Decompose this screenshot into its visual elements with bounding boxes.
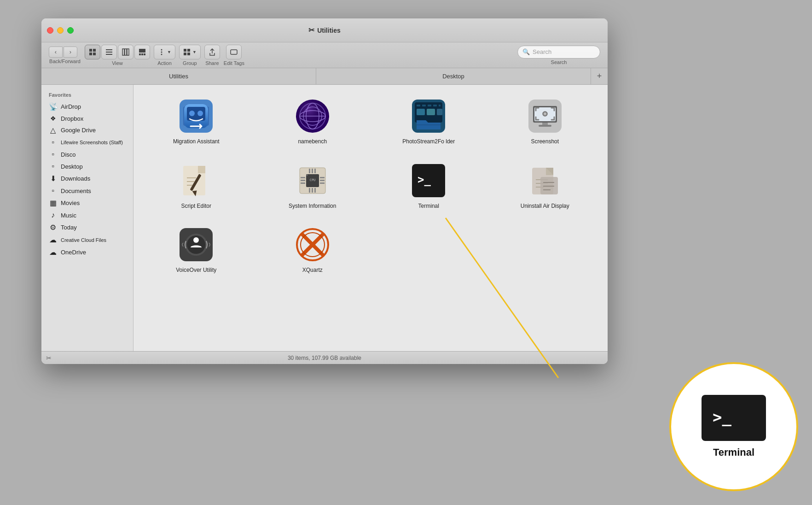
sidebar-item-music-label: Music	[61, 212, 76, 219]
back-icon: ‹	[55, 48, 57, 55]
file-item-namebench[interactable]: namebench	[259, 94, 366, 149]
sidebar-item-downloads[interactable]: ⬇ Downloads	[41, 172, 133, 185]
back-forward-group: ‹ › Back/Forward	[49, 47, 81, 64]
svg-rect-7	[122, 49, 124, 55]
sidebar-item-creative-cloud[interactable]: ☁ Creative Cloud Files	[41, 234, 133, 246]
grid-view-button[interactable]	[85, 45, 100, 59]
file-item-screenshot[interactable]: Screenshot	[492, 94, 599, 149]
group-label: Group	[183, 60, 197, 66]
svg-rect-67	[320, 182, 325, 184]
back-button[interactable]: ‹	[49, 47, 63, 58]
svg-rect-3	[93, 53, 96, 55]
share-group: Share	[204, 45, 220, 66]
svg-point-75	[306, 174, 308, 176]
forward-button[interactable]: ›	[64, 47, 77, 58]
svg-rect-40	[428, 105, 431, 106]
file-item-migration-assistant[interactable]: Migration Assistant	[143, 94, 250, 149]
column-view-button[interactable]	[118, 45, 133, 59]
onedrive-icon: ☁	[49, 248, 57, 257]
svg-point-92	[193, 237, 199, 243]
view-group: View	[85, 45, 150, 66]
tab-utilities[interactable]: Utilities	[41, 68, 316, 84]
back-forward-label: Back/Forward	[49, 59, 81, 64]
svg-rect-2	[89, 53, 92, 55]
sidebar-item-movies[interactable]: ▦ Movies	[41, 197, 133, 209]
svg-point-16	[161, 53, 162, 55]
svg-text:>_: >_	[418, 173, 431, 186]
share-button[interactable]	[204, 45, 220, 59]
file-item-system-information[interactable]: CPU System Information	[259, 159, 366, 214]
file-grid: Migration Assistant	[133, 85, 608, 351]
xquartz-label: XQuartz	[302, 267, 323, 274]
sidebar-item-lifewire[interactable]: ▫ Lifewire Screenshots (Staff)	[41, 136, 133, 148]
svg-rect-71	[309, 188, 310, 193]
svg-point-14	[161, 49, 162, 50]
namebench-icon	[294, 98, 331, 135]
file-item-terminal[interactable]: >_ Terminal	[375, 159, 482, 214]
share-label: Share	[205, 60, 219, 66]
sidebar-item-disco[interactable]: ▫ Disco	[41, 148, 133, 160]
svg-rect-11	[139, 53, 141, 55]
search-box[interactable]: 🔍 Search	[517, 46, 600, 59]
sidebar-item-dropbox[interactable]: ❖ Dropbox	[41, 113, 133, 124]
svg-rect-21	[231, 50, 237, 54]
script-editor-icon	[178, 162, 215, 199]
window-title-text: Utilities	[317, 27, 341, 34]
file-item-uninstall[interactable]: Uninstall Air Display	[492, 159, 599, 214]
sidebar-item-disco-label: Disco	[61, 151, 76, 158]
svg-rect-62	[301, 177, 305, 178]
svg-rect-70	[314, 169, 316, 173]
tab-add[interactable]: +	[591, 68, 608, 84]
maximize-button[interactable]	[67, 27, 74, 34]
photostream-icon	[410, 98, 447, 135]
toolbar: ‹ › Back/Forward	[41, 42, 608, 68]
close-button[interactable]	[47, 27, 53, 34]
sidebar-item-desktop[interactable]: ▫ Desktop	[41, 160, 133, 172]
group-button[interactable]: ▼	[179, 45, 201, 59]
sidebar-item-airdrop[interactable]: 📡 AirDrop	[41, 100, 133, 113]
gallery-view-button[interactable]	[134, 45, 150, 59]
tabbar: Utilities Desktop +	[41, 68, 608, 85]
sidebar-item-desktop-label: Desktop	[61, 163, 83, 170]
namebench-label: namebench	[298, 138, 327, 146]
callout-terminal-icon: >_	[702, 395, 766, 441]
sidebar-item-downloads-label: Downloads	[61, 175, 90, 182]
svg-rect-43	[417, 109, 425, 115]
downloads-icon: ⬇	[49, 174, 57, 183]
list-view-button[interactable]	[101, 45, 117, 59]
sidebar-item-onedrive[interactable]: ☁ OneDrive	[41, 246, 133, 258]
svg-rect-5	[106, 52, 112, 53]
script-editor-label: Script Editor	[181, 203, 211, 210]
svg-text:CPU: CPU	[309, 178, 315, 182]
sidebar-item-documents[interactable]: ▫ Documents	[41, 185, 133, 197]
sidebar-item-google-drive[interactable]: △ Google Drive	[41, 124, 133, 136]
edit-tags-button[interactable]	[226, 45, 242, 59]
svg-text:>_: >_	[713, 408, 731, 426]
edit-tags-group: Edit Tags	[224, 45, 244, 66]
svg-rect-6	[106, 54, 112, 55]
file-item-photostream[interactable]: PhotoStream2Fo lder	[375, 94, 482, 149]
tab-utilities-label: Utilities	[169, 73, 188, 80]
file-item-voiceover[interactable]: VoiceOver Utility	[143, 223, 250, 278]
sidebar-item-today[interactable]: ⚙ Today	[41, 221, 133, 234]
search-placeholder: Search	[533, 48, 551, 55]
finder-window: ✂ Utilities ‹ › Back/Forward	[41, 18, 608, 364]
svg-rect-17	[184, 49, 186, 52]
main-area: Favorites 📡 AirDrop ❖ Dropbox △ Google D…	[41, 85, 608, 351]
migration-assistant-label: Migration Assistant	[173, 138, 220, 146]
dropbox-icon: ❖	[49, 115, 57, 122]
minimize-button[interactable]	[57, 27, 64, 34]
action-button[interactable]: ▼	[154, 45, 175, 59]
edit-tags-label: Edit Tags	[224, 60, 244, 66]
forward-icon: ›	[70, 48, 71, 55]
action-group: ▼ Action	[154, 45, 175, 66]
uninstall-label: Uninstall Air Display	[521, 203, 569, 210]
svg-rect-19	[184, 53, 186, 55]
file-item-script-editor[interactable]: Script Editor	[143, 159, 250, 214]
group-group: ▼ Group	[179, 45, 201, 66]
sidebar-item-music[interactable]: ♪ Music	[41, 209, 133, 221]
action-dropdown-icon: ▼	[167, 50, 171, 54]
svg-rect-4	[106, 49, 112, 50]
tab-desktop[interactable]: Desktop	[316, 68, 591, 84]
file-item-xquartz[interactable]: XQuartz	[259, 223, 366, 278]
